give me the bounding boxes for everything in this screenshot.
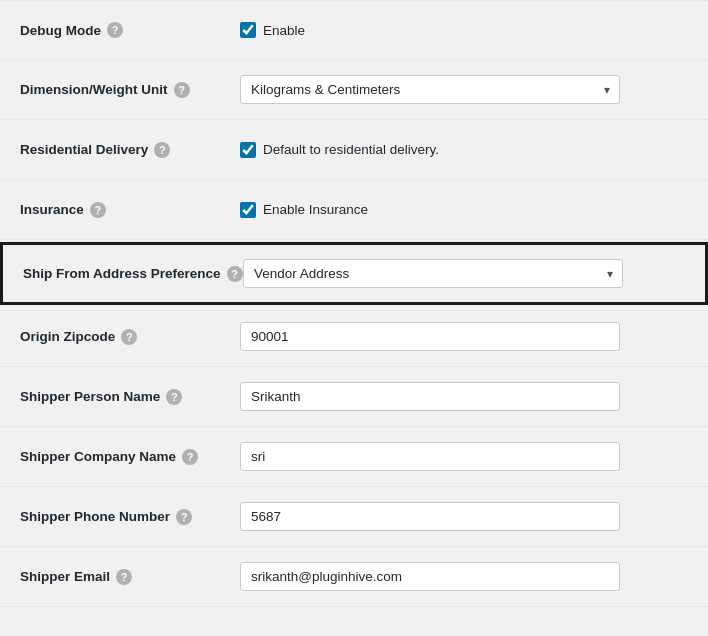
checkbox-label-residential-delivery: Default to residential delivery. — [263, 142, 439, 157]
settings-row-residential-delivery: Residential Delivery?Default to resident… — [0, 120, 708, 180]
label-text-ship-from-address: Ship From Address Preference — [23, 266, 221, 281]
checkbox-debug-mode[interactable] — [240, 22, 256, 38]
control-insurance: Enable Insurance — [240, 202, 688, 218]
help-icon-dimension-weight[interactable]: ? — [174, 82, 190, 98]
label-shipper-email: Shipper Email? — [20, 569, 240, 585]
select-wrapper-ship-from-address: Vendor AddressStore Address▾ — [243, 259, 623, 288]
label-debug-mode: Debug Mode? — [20, 22, 240, 38]
help-icon-debug-mode[interactable]: ? — [107, 22, 123, 38]
checkbox-label-insurance: Enable Insurance — [263, 202, 368, 217]
label-text-debug-mode: Debug Mode — [20, 23, 101, 38]
help-icon-insurance[interactable]: ? — [90, 202, 106, 218]
help-icon-ship-from-address[interactable]: ? — [227, 266, 243, 282]
checkbox-wrapper-debug-mode: Enable — [240, 22, 305, 38]
settings-row-shipper-company-name: Shipper Company Name? — [0, 427, 708, 487]
control-shipper-phone-number — [240, 502, 688, 531]
label-shipper-phone-number: Shipper Phone Number? — [20, 509, 240, 525]
control-shipper-person-name — [240, 382, 688, 411]
checkbox-label-debug-mode: Enable — [263, 23, 305, 38]
label-text-dimension-weight: Dimension/Weight Unit — [20, 82, 168, 97]
help-icon-shipper-phone-number[interactable]: ? — [176, 509, 192, 525]
label-text-shipper-email: Shipper Email — [20, 569, 110, 584]
control-shipper-email — [240, 562, 688, 591]
settings-row-shipper-email: Shipper Email? — [0, 547, 708, 607]
help-icon-residential-delivery[interactable]: ? — [154, 142, 170, 158]
settings-row-insurance: Insurance?Enable Insurance — [0, 180, 708, 240]
label-text-insurance: Insurance — [20, 202, 84, 217]
text-input-origin-zipcode[interactable] — [240, 322, 620, 351]
control-debug-mode: Enable — [240, 22, 688, 38]
help-icon-shipper-person-name[interactable]: ? — [166, 389, 182, 405]
label-shipper-person-name: Shipper Person Name? — [20, 389, 240, 405]
help-icon-shipper-company-name[interactable]: ? — [182, 449, 198, 465]
settings-container: Debug Mode?EnableDimension/Weight Unit?K… — [0, 0, 708, 607]
text-input-shipper-person-name[interactable] — [240, 382, 620, 411]
label-text-shipper-company-name: Shipper Company Name — [20, 449, 176, 464]
text-input-shipper-email[interactable] — [240, 562, 620, 591]
checkbox-wrapper-insurance: Enable Insurance — [240, 202, 368, 218]
checkbox-insurance[interactable] — [240, 202, 256, 218]
checkbox-residential-delivery[interactable] — [240, 142, 256, 158]
help-icon-shipper-email[interactable]: ? — [116, 569, 132, 585]
label-origin-zipcode: Origin Zipcode? — [20, 329, 240, 345]
select-ship-from-address[interactable]: Vendor AddressStore Address — [243, 259, 623, 288]
control-shipper-company-name — [240, 442, 688, 471]
control-ship-from-address: Vendor AddressStore Address▾ — [243, 259, 685, 288]
text-input-shipper-company-name[interactable] — [240, 442, 620, 471]
settings-row-origin-zipcode: Origin Zipcode? — [0, 307, 708, 367]
select-dimension-weight[interactable]: Kilograms & CentimetersPounds & Inches — [240, 75, 620, 104]
label-residential-delivery: Residential Delivery? — [20, 142, 240, 158]
label-dimension-weight: Dimension/Weight Unit? — [20, 82, 240, 98]
help-icon-origin-zipcode[interactable]: ? — [121, 329, 137, 345]
control-residential-delivery: Default to residential delivery. — [240, 142, 688, 158]
label-insurance: Insurance? — [20, 202, 240, 218]
label-text-shipper-person-name: Shipper Person Name — [20, 389, 160, 404]
select-wrapper-dimension-weight: Kilograms & CentimetersPounds & Inches▾ — [240, 75, 620, 104]
settings-row-dimension-weight: Dimension/Weight Unit?Kilograms & Centim… — [0, 60, 708, 120]
settings-row-shipper-person-name: Shipper Person Name? — [0, 367, 708, 427]
checkbox-wrapper-residential-delivery: Default to residential delivery. — [240, 142, 439, 158]
settings-row-debug-mode: Debug Mode?Enable — [0, 0, 708, 60]
control-origin-zipcode — [240, 322, 688, 351]
control-dimension-weight: Kilograms & CentimetersPounds & Inches▾ — [240, 75, 688, 104]
label-ship-from-address: Ship From Address Preference? — [23, 266, 243, 282]
label-text-shipper-phone-number: Shipper Phone Number — [20, 509, 170, 524]
settings-row-ship-from-address: Ship From Address Preference?Vendor Addr… — [0, 242, 708, 305]
label-text-origin-zipcode: Origin Zipcode — [20, 329, 115, 344]
settings-row-shipper-phone-number: Shipper Phone Number? — [0, 487, 708, 547]
label-shipper-company-name: Shipper Company Name? — [20, 449, 240, 465]
text-input-shipper-phone-number[interactable] — [240, 502, 620, 531]
label-text-residential-delivery: Residential Delivery — [20, 142, 148, 157]
